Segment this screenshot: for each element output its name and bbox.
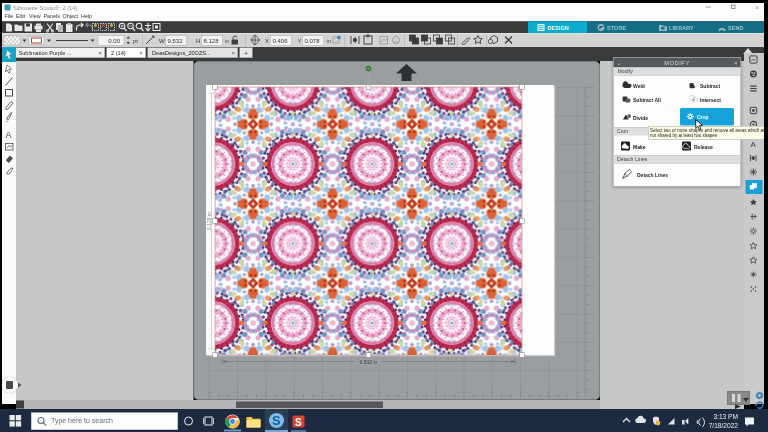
svg-text:Make: Make: [633, 144, 646, 150]
svg-text:Subtract All: Subtract All: [633, 97, 661, 103]
svg-text:S: S: [295, 417, 302, 428]
svg-text:H: H: [196, 38, 200, 44]
svg-text:W: W: [159, 38, 165, 44]
svg-text:SEND: SEND: [728, 25, 744, 31]
svg-text:0.078: 0.078: [305, 38, 321, 44]
svg-text:8.128 in: 8.128 in: [206, 212, 212, 230]
svg-text:A: A: [6, 130, 12, 140]
svg-text:S: S: [272, 413, 281, 428]
svg-text:Weld: Weld: [633, 83, 645, 89]
svg-text:Y: Y: [298, 38, 302, 44]
svg-text:Divide: Divide: [633, 115, 648, 121]
svg-text:A: A: [751, 140, 757, 149]
svg-text:in: in: [225, 38, 229, 44]
svg-text:pt: pt: [133, 38, 138, 44]
svg-text:DESIGN: DESIGN: [548, 25, 570, 31]
svg-text:STORE: STORE: [607, 25, 626, 31]
svg-text:0.00: 0.00: [108, 38, 120, 44]
svg-text:8.128: 8.128: [204, 38, 220, 44]
svg-text:Release: Release: [694, 144, 713, 150]
svg-text:Subtract: Subtract: [700, 83, 721, 89]
svg-text:9.532 in: 9.532 in: [360, 359, 378, 365]
svg-text:in: in: [327, 38, 331, 44]
svg-text:LIBRARY: LIBRARY: [669, 25, 694, 31]
svg-text:Detach Lines: Detach Lines: [637, 172, 668, 178]
svg-text:X: X: [265, 38, 269, 44]
svg-text:Intersect: Intersect: [700, 97, 721, 103]
svg-text:9.532: 9.532: [168, 38, 184, 44]
svg-text:0.406: 0.406: [273, 38, 289, 44]
